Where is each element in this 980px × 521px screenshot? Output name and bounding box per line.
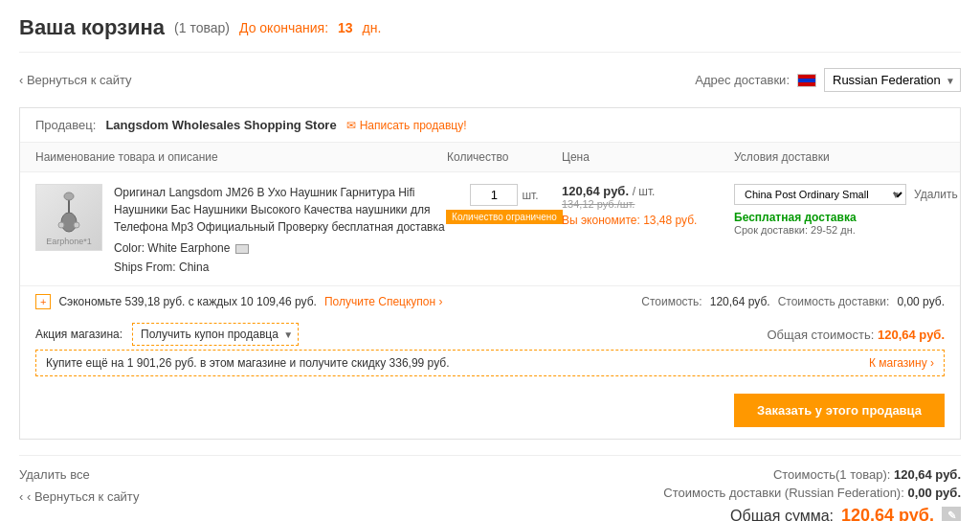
shop-link-arrow: ›: [930, 356, 934, 370]
svg-point-0: [61, 213, 77, 232]
qty-limited-badge: Количество ограничено: [446, 210, 563, 224]
back-to-site-link[interactable]: Вернуться к сайту: [19, 73, 132, 87]
col-price: Цена: [562, 150, 734, 164]
ships-from-value: China: [179, 260, 209, 274]
subtotal-cost-label: Стоимость:: [641, 295, 702, 308]
seller-label: Продавец:: [35, 118, 96, 132]
russia-flag-icon: [797, 74, 816, 87]
subtotal-cost-value: 120,64 руб.: [710, 295, 770, 308]
svg-point-4: [74, 222, 79, 228]
product-title: Оригинал Langsdom JM26 В Ухо Наушник Гар…: [114, 184, 447, 236]
subtotal-delivery-label: Стоимость доставки:: [778, 295, 890, 308]
cart-block: Продавец: Langsdom Wholesales Shopping S…: [19, 107, 961, 440]
quantity-input[interactable]: [470, 184, 518, 206]
grand-total-label: Общая сумма:: [730, 508, 834, 522]
grand-total-value: 120,64 руб.: [841, 506, 934, 521]
color-label: Color:: [114, 241, 145, 255]
seller-name: Langsdom Wholesales Shopping Store: [105, 118, 336, 132]
qty-unit: шт.: [522, 189, 538, 202]
delivery-address-label: Адрес доставки:: [695, 73, 790, 87]
col-quantity: Количество: [447, 150, 562, 164]
price-old: 134,12 руб./шт.: [562, 198, 734, 210]
back-to-site-link-bottom[interactable]: ‹ Вернуться к сайту: [19, 489, 139, 504]
shop-link[interactable]: К магазину: [869, 356, 927, 370]
delivery-method-select[interactable]: China Post Ordinary Small Packet: [734, 184, 906, 205]
color-icon: [235, 244, 249, 254]
col-product: Наименование товара и описание: [35, 150, 447, 164]
delivery-cost-label: Стоимость доставки (Russian Federation):: [663, 486, 904, 500]
message-seller-link[interactable]: Написать продавцу!: [346, 119, 467, 132]
product-image: Earphone*1: [35, 184, 102, 251]
svg-point-3: [58, 222, 64, 228]
edit-total-icon[interactable]: ✎: [942, 507, 961, 522]
delivery-days: Срок доставки: 29-52 дн.: [734, 224, 945, 236]
promo-icon: +: [35, 294, 51, 309]
delete-item-link[interactable]: Удалить: [914, 188, 958, 201]
ships-from-label: Ships From:: [114, 260, 176, 274]
price-main: 120,64 руб.: [562, 184, 629, 198]
cart-count: (1 товар): [174, 20, 230, 35]
color-value: White Earphone: [147, 241, 230, 255]
promo-text: Сэкономьте 539,18 руб. с каждых 10 109,4…: [58, 295, 316, 308]
subtotal-total-value: 120,64 руб.: [878, 328, 945, 342]
free-delivery-label: Бесплатная доставка: [734, 211, 945, 224]
total-cost-label: Стоимость(1 товар):: [773, 467, 890, 482]
subtotal-delivery-value: 0,00 руб.: [897, 295, 945, 308]
svg-point-2: [64, 193, 74, 200]
total-cost-value: 120,64 руб.: [894, 467, 961, 482]
save-amount: 13,48 руб.: [643, 214, 697, 227]
delivery-cost-value: 0,00 руб.: [907, 486, 961, 500]
subtotal-total-label: Общая стоимость:: [767, 328, 874, 342]
coupon-label: Акция магазина:: [35, 328, 122, 341]
promo-link[interactable]: Получите Спецкупон ›: [324, 295, 443, 308]
save-label: Вы экономите:: [562, 214, 640, 227]
delete-all-link[interactable]: Удалить все: [19, 467, 139, 482]
coupon-select[interactable]: Получить купон продавца: [132, 323, 299, 346]
timer-suffix: дн.: [363, 20, 382, 35]
delivery-country-select[interactable]: Russian Federation: [824, 68, 961, 92]
timer-value: 13: [338, 20, 353, 35]
col-delivery: Условия доставки: [734, 150, 945, 164]
page-title: Ваша корзина: [19, 15, 165, 40]
shop-offer-text: Купите ещё на 1 901,26 руб. в этом магаз…: [46, 356, 449, 370]
order-from-seller-button[interactable]: Заказать у этого продавца: [734, 394, 945, 427]
price-per: / шт.: [633, 185, 656, 198]
timer-prefix: До окончания:: [239, 20, 328, 35]
